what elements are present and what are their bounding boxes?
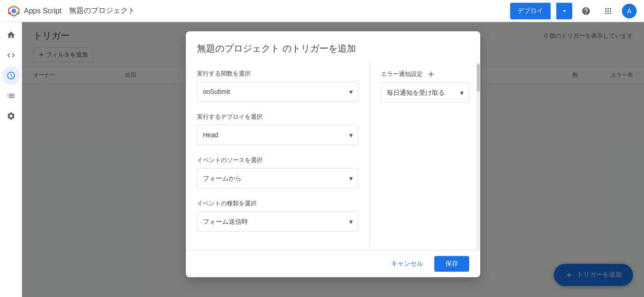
app-logo: Apps Script <box>7 5 62 17</box>
sidebar-item-code[interactable] <box>2 46 20 64</box>
sidebar-item-triggers[interactable] <box>2 66 20 85</box>
error-notify-select[interactable]: 毎日通知を受け取る <box>381 82 469 103</box>
topbar: Apps Script 無題のプロジェクト デプロイ A <box>0 0 644 22</box>
error-notify-section: エラー通知設定 <box>381 70 469 79</box>
function-select-wrapper: onSubmit ▾ <box>197 82 358 102</box>
function-form-group: 実行する関数を選択 onSubmit ▾ <box>197 70 358 102</box>
event-type-form-group: イベントの種類を選択 フォーム送信時 ▾ <box>197 199 358 232</box>
clock-icon <box>6 71 16 80</box>
sidebar-item-settings[interactable] <box>2 107 20 125</box>
avatar[interactable]: A <box>622 4 637 18</box>
grid-icon <box>604 6 613 16</box>
grid-button[interactable] <box>600 3 616 19</box>
sidebar <box>0 22 22 297</box>
home-icon <box>6 30 16 40</box>
event-source-select-wrapper: フォームから ▾ <box>197 168 358 188</box>
add-icon <box>426 70 436 79</box>
event-source-select[interactable]: フォームから <box>197 168 358 188</box>
code-icon <box>6 51 16 60</box>
error-notify-select-wrapper: 毎日通知を受け取る ▾ <box>381 82 469 103</box>
svg-point-4 <box>17 12 19 14</box>
content-area: トリガー 0 個のトリガーを表示しています + フィルタを追加 オーナー 前回 … <box>22 22 644 297</box>
svg-point-3 <box>13 6 15 8</box>
cancel-button[interactable]: キャンセル <box>384 256 431 272</box>
error-notify-add-button[interactable] <box>426 70 436 79</box>
deploy-select-wrapper: Head ▾ <box>197 125 358 145</box>
modal-overlay: 無題のプロジェクト のトリガーを追加 実行する関数を選択 onSubmit <box>22 22 644 297</box>
deploy-button[interactable]: デプロイ <box>510 3 551 19</box>
event-type-label: イベントの種類を選択 <box>197 199 358 208</box>
deploy-dropdown-button[interactable] <box>556 3 572 19</box>
help-button[interactable] <box>578 3 594 19</box>
deploy-select[interactable]: Head <box>197 125 358 145</box>
apps-script-logo-icon <box>7 5 20 17</box>
event-type-select[interactable]: フォーム送信時 <box>197 211 358 232</box>
dialog-right-column: エラー通知設定 毎日通知を受け取る ▾ <box>370 62 480 250</box>
help-icon <box>581 6 591 16</box>
save-button[interactable]: 保存 <box>434 256 469 272</box>
add-trigger-dialog: 無題のプロジェクト のトリガーを追加 実行する関数を選択 onSubmit <box>186 31 480 277</box>
dialog-body: 実行する関数を選択 onSubmit ▾ 実行するデプロイを選択 <box>186 62 480 250</box>
list-icon <box>6 91 16 100</box>
dialog-header: 無題のプロジェクト のトリガーを追加 <box>186 31 480 62</box>
function-select[interactable]: onSubmit <box>197 82 358 102</box>
dialog-footer: キャンセル 保存 <box>186 250 480 277</box>
svg-point-2 <box>12 9 16 13</box>
dialog-title: 無題のプロジェクト のトリガーを追加 <box>197 43 356 53</box>
svg-point-5 <box>9 12 11 14</box>
app-name-label: Apps Script <box>24 7 62 15</box>
project-name-label: 無題のプロジェクト <box>69 6 135 16</box>
event-source-form-group: イベントのソースを選択 フォームから ▾ <box>197 156 358 188</box>
dialog-scrollbar[interactable] <box>477 62 480 250</box>
settings-icon <box>6 111 16 121</box>
error-notify-label: エラー通知設定 <box>381 70 423 78</box>
sidebar-item-home[interactable] <box>2 26 20 44</box>
scrollbar-thumb <box>477 64 480 92</box>
main-layout: トリガー 0 個のトリガーを表示しています + フィルタを追加 オーナー 前回 … <box>0 22 644 297</box>
function-label: 実行する関数を選択 <box>197 70 358 78</box>
sidebar-item-executions[interactable] <box>2 87 20 105</box>
deploy-label: 実行するデプロイを選択 <box>197 113 358 121</box>
chevron-down-icon <box>560 7 569 15</box>
event-type-select-wrapper: フォーム送信時 ▾ <box>197 211 358 232</box>
dialog-left-column: 実行する関数を選択 onSubmit ▾ 実行するデプロイを選択 <box>186 62 370 250</box>
deploy-form-group: 実行するデプロイを選択 Head ▾ <box>197 113 358 145</box>
event-source-label: イベントのソースを選択 <box>197 156 358 164</box>
